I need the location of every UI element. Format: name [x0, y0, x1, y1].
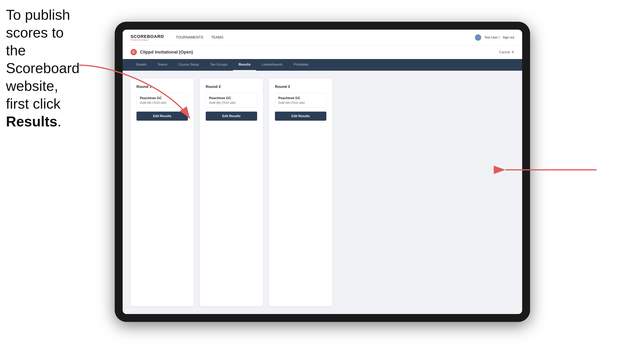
edit-results-btn-round-1[interactable]: Edit Results [136, 112, 188, 121]
round-1-course-name: Peachtree GC [140, 96, 184, 100]
edit-results-btn-round-2[interactable]: Edit Results [206, 112, 257, 121]
user-name: Test User | [484, 36, 500, 39]
tablet: SCOREBOARD Powered by clippd TOURNAMENTS… [115, 22, 530, 322]
tab-printables[interactable]: Printables [288, 59, 314, 71]
top-nav: SCOREBOARD Powered by clippd TOURNAMENTS… [123, 30, 522, 45]
round-2-course-info: Gold (M) (7010 yds) [209, 101, 254, 104]
tablet-screen: SCOREBOARD Powered by clippd TOURNAMENTS… [123, 30, 522, 314]
tournament-title: C Clippd Invitational (Open) [130, 49, 193, 55]
tab-leaderboards[interactable]: Leaderboards [256, 59, 288, 71]
round-2-course-card: Peachtree GC Gold (M) (7010 yds) [206, 93, 257, 108]
round-3-card: Round 3 Peachtree GC Gold (M) (7010 yds)… [269, 79, 332, 306]
tab-details[interactable]: Details [130, 59, 152, 71]
sign-out-link[interactable]: Sign out [502, 36, 514, 39]
nav-teams[interactable]: TEAMS [211, 34, 224, 41]
nav-tournaments[interactable]: TOURNAMENTS [176, 34, 203, 41]
tab-course-setup[interactable]: Course Setup [173, 59, 204, 71]
round-2-course-name: Peachtree GC [209, 96, 254, 100]
round-1-title: Round 1 [136, 85, 188, 89]
tournament-name: Clippd Invitational (Open) [140, 50, 193, 55]
c-icon: C [130, 49, 137, 55]
tab-results[interactable]: Results [233, 59, 256, 71]
sub-header: C Clippd Invitational (Open) Cancel ✕ [123, 45, 522, 59]
logo-title: SCOREBOARD [130, 34, 164, 39]
round-1-course-info: Gold (M) (7010 yds) [140, 101, 184, 104]
logo-sub: Powered by clippd [130, 39, 164, 41]
logo-area: SCOREBOARD Powered by clippd [130, 34, 164, 41]
round-2-title: Round 2 [206, 85, 257, 89]
round-3-course-name: Peachtree GC [278, 96, 323, 100]
nav-links: TOURNAMENTS TEAMS [176, 34, 475, 41]
cancel-button[interactable]: Cancel ✕ [499, 50, 514, 54]
round-1-course-card: Peachtree GC Gold (M) (7010 yds) [136, 93, 188, 108]
nav-right: Test User | Sign out [475, 34, 514, 41]
tab-nav: Details Teams Course Setup Tee Groups Re… [123, 59, 522, 71]
round-3-title: Round 3 [275, 85, 326, 89]
content-area: Round 1 Peachtree GC Gold (M) (7010 yds)… [123, 71, 522, 314]
round-2-card: Round 2 Peachtree GC Gold (M) (7010 yds)… [200, 79, 263, 306]
instruction-left: To publish scores to the Scoreboard webs… [6, 6, 73, 130]
edit-results-btn-round-3[interactable]: Edit Results [275, 112, 326, 121]
tab-tee-groups[interactable]: Tee Groups [204, 59, 233, 71]
tab-teams[interactable]: Teams [152, 59, 173, 71]
user-avatar [475, 34, 481, 41]
round-1-card: Round 1 Peachtree GC Gold (M) (7010 yds)… [130, 79, 194, 306]
round-3-course-info: Gold (M) (7010 yds) [278, 101, 323, 104]
round-3-course-card: Peachtree GC Gold (M) (7010 yds) [275, 93, 326, 108]
